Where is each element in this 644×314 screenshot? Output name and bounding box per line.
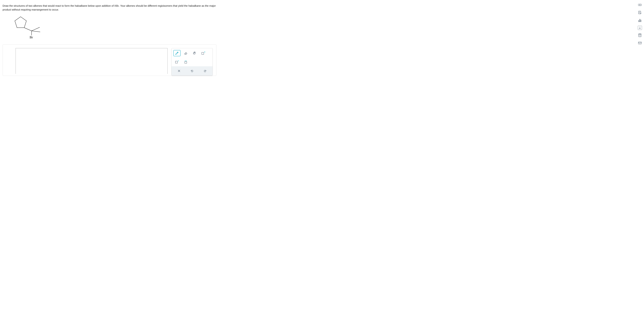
calculator-button[interactable] <box>638 33 642 37</box>
svg-point-26 <box>639 35 639 35</box>
question-formula: HBr <box>114 4 119 7</box>
pencil-tool[interactable] <box>173 50 180 56</box>
svg-rect-23 <box>640 20 641 22</box>
clear-button[interactable] <box>176 68 183 74</box>
stats-button[interactable] <box>638 18 642 23</box>
svg-point-31 <box>640 36 641 36</box>
bar-chart-icon <box>638 19 642 22</box>
svg-rect-32 <box>638 42 642 44</box>
eraser-tool[interactable] <box>182 50 189 56</box>
view-icon <box>638 3 642 6</box>
periodic-table-button[interactable]: 18 Ar <box>638 26 642 30</box>
move-tool[interactable] <box>191 50 198 56</box>
lone-pair-icon <box>184 60 188 64</box>
add-box-tool[interactable]: + <box>200 50 207 56</box>
svg-text:+: + <box>204 51 205 53</box>
svg-point-30 <box>640 36 640 36</box>
lone-pair-tool[interactable] <box>182 59 189 65</box>
svg-line-5 <box>185 53 186 54</box>
svg-rect-25 <box>639 34 641 35</box>
view-button[interactable] <box>638 2 642 7</box>
mail-button[interactable] <box>638 41 642 45</box>
svg-rect-21 <box>638 20 639 22</box>
product-molecule: Br <box>12 15 216 39</box>
svg-rect-22 <box>640 19 640 22</box>
svg-rect-12 <box>185 61 187 63</box>
calculator-icon <box>638 33 642 37</box>
svg-line-1 <box>24 28 32 31</box>
redo-icon <box>204 69 206 72</box>
hand-icon <box>192 51 196 55</box>
clear-icon <box>178 70 180 72</box>
redo-button[interactable] <box>202 68 209 74</box>
element-symbol: Ar <box>639 27 641 29</box>
undo-button[interactable] <box>188 68 196 74</box>
svg-point-11 <box>186 61 187 61</box>
pencil-icon <box>175 51 179 55</box>
drawing-canvas[interactable] <box>16 48 168 74</box>
svg-line-3 <box>32 31 40 32</box>
checklist-icon <box>638 11 642 14</box>
svg-point-28 <box>640 35 641 35</box>
add-box-icon: + <box>201 51 206 55</box>
question-part-1: Draw the structures of two alkenes that … <box>2 4 114 7</box>
drawing-toolbar: + <box>172 48 213 76</box>
svg-point-27 <box>640 35 640 35</box>
svg-rect-8 <box>176 61 178 63</box>
svg-marker-0 <box>15 17 26 28</box>
bromine-label: Br <box>30 35 33 39</box>
checklist-button[interactable] <box>638 10 642 15</box>
mail-icon <box>638 41 642 44</box>
undo-icon <box>190 69 194 72</box>
answer-area: + <box>2 44 216 76</box>
eraser-icon <box>184 51 188 55</box>
negative-charge-tool[interactable] <box>173 59 180 65</box>
svg-line-2 <box>32 27 40 31</box>
svg-point-29 <box>639 36 639 36</box>
side-toolbar: 18 Ar <box>638 2 642 45</box>
negative-charge-icon <box>175 60 179 64</box>
svg-point-10 <box>185 61 186 61</box>
svg-rect-6 <box>202 52 204 54</box>
question-prompt: Draw the structures of two alkenes that … <box>2 4 216 11</box>
